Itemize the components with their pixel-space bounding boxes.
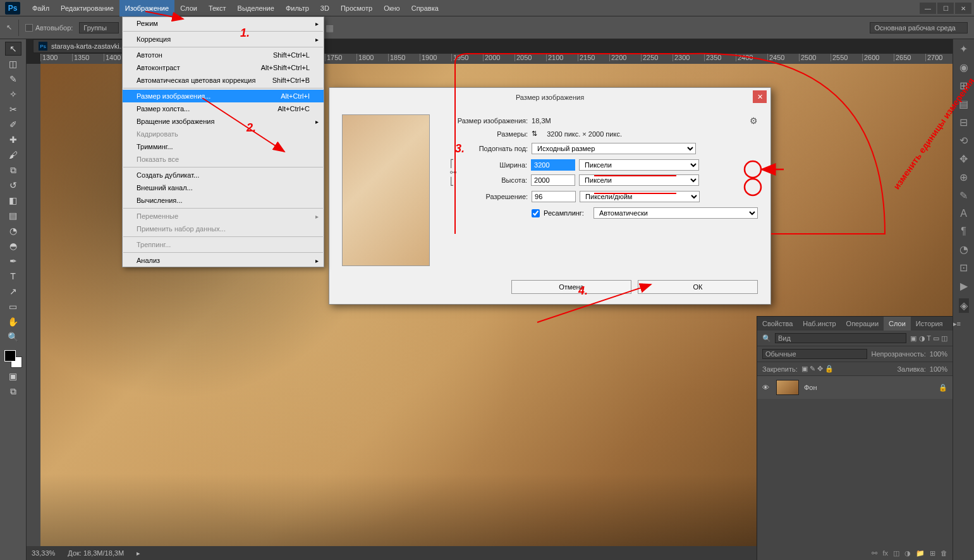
filter-kind-icon[interactable]: 🔍 (762, 334, 771, 343)
adjustment-icon[interactable]: ◑ (904, 549, 911, 557)
tab-actions[interactable]: Операции (841, 317, 884, 331)
mask-icon[interactable]: ◫ (893, 549, 899, 557)
menu-item[interactable]: АвтоконтрастAlt+Shift+Ctrl+L (123, 61, 324, 74)
pen-tool[interactable]: ✒ (5, 254, 21, 268)
hand-tool[interactable]: ✋ (5, 315, 21, 329)
ok-button[interactable]: ОК (638, 280, 758, 294)
panel-menu-icon[interactable]: ▸≡ (948, 317, 965, 331)
menu-layers[interactable]: Слои (174, 0, 203, 16)
fit-select[interactable]: Исходный размер (532, 143, 696, 154)
panel-icon[interactable]: ⊡ (959, 262, 968, 274)
shape-tool[interactable]: ▭ (5, 300, 21, 313)
menu-3d[interactable]: 3D (315, 0, 335, 16)
close-button[interactable]: ✕ (955, 3, 971, 14)
zoom-display[interactable]: 33,33% (32, 549, 55, 557)
tab-history[interactable]: История (911, 317, 948, 331)
resample-select[interactable]: Автоматически (594, 207, 758, 219)
dodge-tool[interactable]: ◓ (5, 239, 21, 253)
menu-item[interactable]: Анализ (123, 254, 324, 267)
filter-kind-select[interactable]: Вид (775, 333, 906, 343)
width-unit-select[interactable]: Пиксели (579, 159, 699, 171)
panel-icon[interactable]: ⊟ (959, 116, 968, 128)
menu-edit[interactable]: Редактирование (55, 0, 119, 16)
panel-icon[interactable]: ✥ (959, 153, 968, 165)
tab-layers[interactable]: Слои (884, 317, 911, 331)
gradient-tool[interactable]: ▤ (5, 209, 21, 222)
menu-view[interactable]: Просмотр (335, 0, 378, 16)
filter-icons[interactable]: ▣ ◑ T ▭ ◫ (910, 334, 947, 343)
quickmask-tool[interactable]: ▣ (5, 369, 21, 383)
stamp-tool[interactable]: ⧉ (5, 163, 21, 177)
type-tool[interactable]: T (5, 269, 21, 283)
menu-item[interactable]: Размер изображения...Alt+Ctrl+I (123, 90, 324, 102)
wand-tool[interactable]: ✧ (5, 87, 21, 101)
swap-icon[interactable]: ⇅ (532, 130, 537, 138)
link-icon[interactable]: ⎡⚯⎣ (449, 159, 458, 186)
screenmode-tool[interactable]: ⧉ (5, 384, 21, 398)
fx-icon[interactable]: fx (882, 549, 888, 557)
workspace-select[interactable]: Основная рабочая среда (870, 22, 968, 33)
eyedropper-tool[interactable]: ✐ (5, 118, 21, 131)
panel-icon[interactable]: ▶ (960, 280, 968, 292)
path-tool[interactable]: ↗ (5, 284, 21, 298)
color-swatch[interactable] (4, 350, 22, 368)
opacity-value[interactable]: 100% (930, 350, 947, 358)
menu-item[interactable]: Вычисления... (123, 194, 324, 207)
fill-value[interactable]: 100% (930, 365, 947, 373)
panel-icon[interactable]: ◉ (959, 61, 968, 73)
folder-icon[interactable]: 📁 (916, 549, 925, 557)
menu-item[interactable]: Вращение изображения (123, 115, 324, 128)
document-tab[interactable]: Ps staraya-karta-zastavki... (33, 39, 131, 53)
blend-mode-select[interactable]: Обычные (762, 349, 867, 359)
link-layers-icon[interactable]: ⚯ (872, 549, 877, 557)
panel-icon[interactable]: ✦ (959, 43, 968, 55)
res-unit-select[interactable]: Пиксели/дюйм (580, 191, 700, 202)
eraser-tool[interactable]: ◧ (5, 193, 21, 207)
lock-icons[interactable]: ▣ ✎ ✥ 🔒 (801, 365, 834, 373)
gear-icon[interactable]: ⚙ (750, 116, 758, 126)
menu-file[interactable]: Файл (27, 0, 55, 16)
dialog-titlebar[interactable]: Размер изображения ✕ (329, 88, 770, 107)
res-input[interactable] (532, 191, 576, 202)
panel-icon[interactable]: ¶ (961, 226, 966, 237)
panel-icon[interactable]: ✎ (959, 190, 968, 202)
marquee-tool[interactable]: ◫ (5, 57, 21, 71)
menu-text[interactable]: Текст (203, 0, 232, 16)
heal-tool[interactable]: ✚ (5, 133, 21, 147)
maximize-button[interactable]: ☐ (937, 3, 954, 14)
dialog-close-button[interactable]: ✕ (753, 90, 767, 103)
menu-item[interactable]: Автоматическая цветовая коррекцияShift+C… (123, 74, 324, 87)
lasso-tool[interactable]: ✎ (5, 72, 21, 86)
panel-icon[interactable]: A (960, 208, 967, 219)
menu-image[interactable]: Изображение (119, 0, 174, 16)
width-input[interactable] (531, 159, 575, 171)
blur-tool[interactable]: ◔ (5, 224, 21, 238)
crop-tool[interactable]: ✂ (5, 102, 21, 116)
menu-item[interactable]: Коррекция (123, 33, 324, 46)
panel-icon[interactable]: ⊕ (959, 171, 968, 183)
autoselect-target[interactable]: Группы (79, 22, 119, 33)
menu-item[interactable]: Размер холста...Alt+Ctrl+C (123, 102, 324, 115)
panel-icon[interactable]: ◔ (959, 243, 968, 255)
height-unit-select[interactable]: Пиксели (579, 174, 699, 186)
panel-icon[interactable]: ◈ (959, 298, 969, 313)
visibility-icon[interactable]: 👁 (762, 384, 771, 391)
history-brush-tool[interactable]: ↺ (5, 178, 21, 192)
brush-tool[interactable]: 🖌 (5, 148, 21, 162)
layer-row[interactable]: 👁 Фон 🔒 (757, 376, 953, 399)
menu-window[interactable]: Окно (378, 0, 406, 16)
menu-help[interactable]: Справка (406, 0, 444, 16)
menu-item[interactable]: Тримминг... (123, 140, 324, 153)
menu-item[interactable]: АвтотонShift+Ctrl+L (123, 49, 324, 61)
tab-properties[interactable]: Свойства (757, 317, 798, 331)
cancel-button[interactable]: Отмена (511, 280, 631, 294)
new-layer-icon[interactable]: ⊞ (930, 549, 935, 557)
trash-icon[interactable]: 🗑 (941, 549, 947, 557)
autoselect-checkbox[interactable]: Автовыбор: (25, 24, 73, 32)
menu-item[interactable]: Режим (123, 17, 324, 30)
minimize-button[interactable]: — (920, 3, 936, 14)
menu-select[interactable]: Выделение (232, 0, 280, 16)
resample-checkbox[interactable] (532, 209, 540, 217)
height-input[interactable] (531, 174, 575, 186)
panel-icon[interactable]: ⟲ (959, 135, 968, 147)
